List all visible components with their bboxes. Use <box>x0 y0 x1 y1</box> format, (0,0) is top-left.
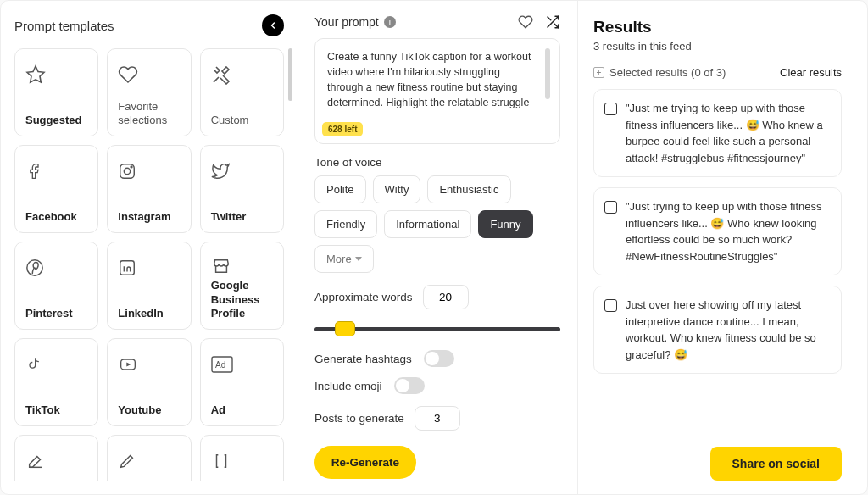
tone-more[interactable]: More <box>314 245 374 273</box>
results-panel: Results 3 results in this feed + Selecte… <box>577 1 857 494</box>
tile-label: Custom <box>211 114 273 127</box>
svg-point-2 <box>125 168 131 174</box>
left-panel: Prompt templates Suggested Favorite sele… <box>1 1 298 494</box>
textarea-scrollbar[interactable] <box>545 48 550 99</box>
approx-words-input[interactable] <box>423 285 469 309</box>
approx-words-label: Approximate words <box>314 291 413 303</box>
tone-funny[interactable]: Funny <box>478 210 532 238</box>
prompt-textarea[interactable] <box>322 46 553 112</box>
results-toolbar: + Selected results (0 of 3) Clear result… <box>593 66 842 84</box>
approx-words-row: Approximate words <box>314 285 560 309</box>
hashtags-toggle[interactable] <box>424 350 454 367</box>
svg-marker-0 <box>27 66 44 82</box>
result-checkbox[interactable] <box>604 299 617 312</box>
svg-text:Ad: Ad <box>215 360 225 370</box>
result-card[interactable]: "Just me trying to keep up with those fi… <box>593 89 842 177</box>
scrollbar-thumb[interactable] <box>288 48 292 101</box>
tile-gbp[interactable]: Google Business Profile <box>200 242 284 330</box>
brackets-icon <box>211 452 231 470</box>
posts-label: Posts to generate <box>314 412 404 425</box>
svg-marker-7 <box>127 363 131 367</box>
tone-label: Tone of voice <box>314 156 560 169</box>
tile-suggested[interactable]: Suggested <box>14 48 98 136</box>
regenerate-button[interactable]: Re-Generate <box>314 446 416 479</box>
tile-label: Twitter <box>211 210 273 224</box>
tone-chips: Polite Witty Enthusiastic Friendly Infor… <box>314 175 560 273</box>
tools-icon <box>211 64 231 85</box>
templates-grid: Suggested Favorite selections Custom Fac… <box>14 48 284 481</box>
tone-enthusiastic[interactable]: Enthusiastic <box>427 175 510 203</box>
collapse-left-button[interactable] <box>262 14 284 36</box>
tile-label: Pinterest <box>25 307 87 320</box>
tile-edit[interactable]: Edit <box>107 435 191 481</box>
results-sub: 3 results in this feed <box>593 40 842 53</box>
youtube-icon <box>118 356 138 373</box>
share-on-social-button[interactable]: Share on social <box>710 447 842 481</box>
pinterest-icon <box>25 259 44 277</box>
tile-youtube[interactable]: Youtube <box>107 338 191 426</box>
linkedin-icon <box>118 259 136 277</box>
tile-ad[interactable]: Ad Ad <box>200 338 284 426</box>
heart-outline-icon[interactable] <box>518 14 533 30</box>
prompt-panel: Your prompt i 628 left Tone of voice Pol… <box>298 1 577 494</box>
storefront-icon <box>211 257 231 275</box>
tile-favorite[interactable]: Favorite selections <box>107 48 191 136</box>
star-icon <box>25 64 46 85</box>
tile-label: TikTok <box>25 403 87 417</box>
pencil-icon <box>118 452 136 470</box>
tile-label: Facebook <box>25 210 87 224</box>
info-icon[interactable]: i <box>384 16 396 28</box>
tile-rewrite[interactable]: Rewrite <box>14 435 98 481</box>
svg-line-12 <box>548 17 551 20</box>
expand-icon[interactable]: + <box>593 67 604 78</box>
tile-label: Ad <box>211 403 273 417</box>
result-checkbox[interactable] <box>604 103 617 115</box>
tile-twitter[interactable]: Twitter <box>200 145 284 233</box>
tile-linkedin[interactable]: LinkedIn <box>107 242 191 330</box>
result-text: Just over here showing off my latest int… <box>626 297 831 363</box>
tile-pinterest[interactable]: Pinterest <box>14 242 98 330</box>
shuffle-icon[interactable] <box>545 14 560 30</box>
posts-input[interactable] <box>415 406 460 431</box>
svg-point-3 <box>131 166 132 168</box>
ad-icon: Ad <box>211 356 233 373</box>
emoji-row: Include emoji <box>314 377 560 394</box>
tile-instagram[interactable]: Instagram <box>107 145 191 233</box>
hashtags-label: Generate hashtags <box>314 353 412 365</box>
posts-row: Posts to generate <box>314 406 560 431</box>
slider-thumb[interactable] <box>335 321 355 336</box>
result-checkbox[interactable] <box>604 201 617 214</box>
tone-friendly[interactable]: Friendly <box>314 210 377 238</box>
clear-results-button[interactable]: Clear results <box>780 66 842 79</box>
tile-label: Favorite selections <box>118 100 180 128</box>
tone-informational[interactable]: Informational <box>384 210 471 238</box>
tile-label: Suggested <box>25 114 87 127</box>
tile-facebook[interactable]: Facebook <box>14 145 98 233</box>
result-card[interactable]: "Just trying to keep up with those fitne… <box>593 187 842 275</box>
templates-scroll[interactable]: Suggested Favorite selections Custom Fac… <box>14 48 292 481</box>
tile-label: LinkedIn <box>118 307 180 320</box>
twitter-icon <box>211 162 230 181</box>
tile-explain[interactable]: Explain & Expand <box>200 435 284 481</box>
tile-custom[interactable]: Custom <box>200 48 284 136</box>
tone-polite[interactable]: Polite <box>314 175 366 203</box>
tone-witty[interactable]: Witty <box>373 175 421 203</box>
instagram-icon <box>118 162 136 181</box>
facebook-icon <box>25 163 42 180</box>
app-root: Prompt templates Suggested Favorite sele… <box>0 0 868 495</box>
chevron-down-icon <box>355 257 362 261</box>
emoji-toggle[interactable] <box>394 377 425 394</box>
words-slider[interactable] <box>314 323 560 335</box>
tile-tiktok[interactable]: TikTok <box>14 338 98 426</box>
prompt-header: Your prompt i <box>314 14 560 30</box>
result-card[interactable]: Just over here showing off my latest int… <box>593 286 842 374</box>
rewrite-icon <box>25 452 46 470</box>
tile-label: Youtube <box>118 403 180 417</box>
tile-label: Google Business Profile <box>211 279 273 320</box>
hashtags-row: Generate hashtags <box>314 350 560 367</box>
emoji-label: Include emoji <box>314 380 382 392</box>
prompt-box: 628 left <box>314 38 560 144</box>
tiktok-icon <box>25 355 42 374</box>
left-header: Prompt templates <box>14 14 292 36</box>
chars-left-badge: 628 left <box>322 122 363 136</box>
